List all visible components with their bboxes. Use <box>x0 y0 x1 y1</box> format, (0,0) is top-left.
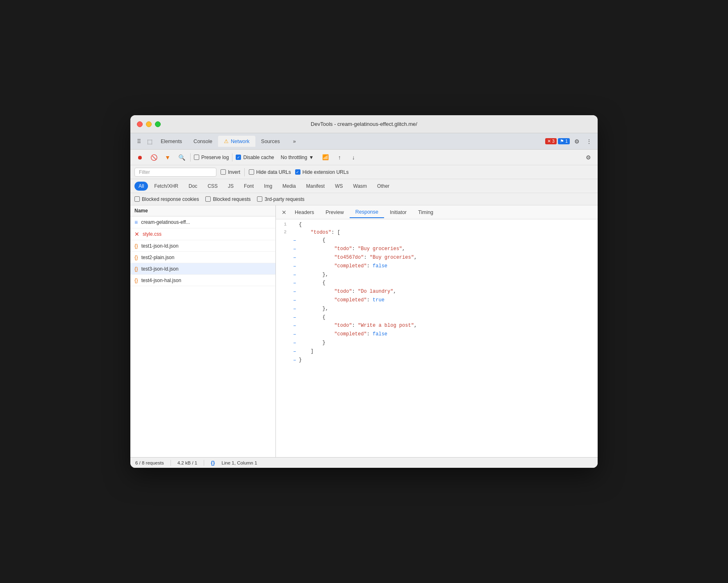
type-btn-css[interactable]: CSS <box>203 182 222 191</box>
resp-tab-initiator[interactable]: Initiator <box>384 207 412 218</box>
file-name: test3-json-ld.json <box>141 266 179 272</box>
warning-count: ⚑ 1 <box>558 138 570 144</box>
line-dash: – <box>291 348 299 356</box>
blocked-requests-label[interactable]: Blocked requests <box>205 196 250 202</box>
line-dash: – <box>291 262 299 271</box>
tab-network[interactable]: ⚠ Network <box>218 136 255 147</box>
third-party-label[interactable]: 3rd-party requests <box>257 196 304 202</box>
line-dash: – <box>291 305 299 314</box>
type-btn-font[interactable]: Font <box>240 182 258 191</box>
type-btn-ws[interactable]: WS <box>331 182 347 191</box>
wifi-icon: 📶 <box>322 154 329 160</box>
preserve-log-label[interactable]: Preserve log <box>194 155 229 160</box>
code-line: – "completed": false <box>276 262 598 271</box>
filter-input[interactable] <box>134 168 216 177</box>
code-line: – }, <box>276 271 598 280</box>
tab-console[interactable]: Console <box>188 136 218 147</box>
main-area: Name ≡ cream-gelatinous-eff... ✕ style.c… <box>130 205 598 457</box>
file-name: cream-gelatinous-eff... <box>141 219 190 225</box>
separator-1 <box>190 153 191 162</box>
resp-tab-response[interactable]: Response <box>350 207 384 218</box>
minimize-traffic-light[interactable] <box>146 121 152 127</box>
third-party-checkbox[interactable] <box>257 196 262 202</box>
traffic-lights <box>137 121 161 127</box>
file-item-test1[interactable]: {} test1-json-ld.json <box>130 240 275 252</box>
maximize-traffic-light[interactable] <box>155 121 161 127</box>
disable-cache-checkbox[interactable]: ✓ <box>236 155 241 160</box>
line-dash: – <box>291 314 299 322</box>
status-sep-1 <box>171 460 171 466</box>
line-dash: – <box>291 254 299 262</box>
devtools-tab-bar: ⠿ ⬚ Elements Console ⚠ Network Sources »… <box>130 133 598 150</box>
type-btn-all[interactable]: All <box>134 182 148 191</box>
invert-label[interactable]: Invert <box>221 169 240 175</box>
devtools-toggle-btn[interactable]: ⠿ <box>134 136 144 147</box>
type-btn-doc[interactable]: Doc <box>184 182 201 191</box>
invert-checkbox[interactable] <box>221 169 226 175</box>
search-btn[interactable]: 🔍 <box>176 152 187 163</box>
type-btn-manifest[interactable]: Manifest <box>302 182 329 191</box>
type-btn-media[interactable]: Media <box>278 182 300 191</box>
code-line: – { <box>276 237 598 245</box>
type-btn-wasm[interactable]: Wasm <box>349 182 371 191</box>
resp-tab-timing[interactable]: Timing <box>412 207 439 218</box>
throttle-btn[interactable]: No throttling ▼ <box>278 153 317 162</box>
hide-data-checkbox[interactable] <box>249 169 254 175</box>
file-item-test4[interactable]: {} test4-json-hal.json <box>130 275 275 286</box>
file-item-cream[interactable]: ≡ cream-gelatinous-eff... <box>130 216 275 228</box>
code-line: – "todo": "Buy groceries", <box>276 245 598 254</box>
cursor-position: Line 1, Column 1 <box>221 460 257 465</box>
code-content: "to4567do": "Buy groceries", <box>299 254 598 262</box>
json-icon: {} <box>134 243 138 249</box>
code-content: "todo": "Do laundry", <box>299 288 598 296</box>
close-panel-btn[interactable]: ✕ <box>279 207 289 217</box>
code-line: – "todo": "Do laundry", <box>276 288 598 296</box>
disable-cache-label[interactable]: ✓ Disable cache <box>236 155 274 160</box>
status-bar: 6 / 8 requests 4.2 kB / 1 {} Line 1, Col… <box>130 457 598 468</box>
blocked-cookies-checkbox[interactable] <box>134 196 140 202</box>
upload-btn[interactable]: ↑ <box>334 152 345 163</box>
type-btn-img[interactable]: Img <box>260 182 276 191</box>
line-dash: – <box>291 288 299 296</box>
wifi-icon-btn[interactable]: 📶 <box>320 152 331 163</box>
code-content: "completed": false <box>299 262 598 270</box>
file-name: test1-json-ld.json <box>141 243 179 249</box>
code-line: – { <box>276 314 598 322</box>
file-list-header: Name <box>130 205 275 216</box>
blocked-requests-checkbox[interactable] <box>205 196 211 202</box>
type-btn-fetch-xhr[interactable]: Fetch/XHR <box>150 182 182 191</box>
download-btn[interactable]: ↓ <box>348 152 359 163</box>
type-btn-other[interactable]: Other <box>373 182 394 191</box>
line-number: 1 <box>276 221 291 228</box>
code-content: } <box>299 356 598 364</box>
file-item-style[interactable]: ✕ style.css <box>130 228 275 240</box>
type-btn-js[interactable]: JS <box>224 182 238 191</box>
error-icon: ✕ <box>134 231 139 237</box>
checkbox-bar: Blocked response cookies Blocked request… <box>130 193 598 205</box>
json-format-icon[interactable]: {} <box>211 460 215 466</box>
tab-elements[interactable]: Elements <box>155 136 188 147</box>
network-settings-btn[interactable]: ⚙ <box>583 152 594 163</box>
filter-icon-btn[interactable]: ▼ <box>162 152 173 163</box>
file-item-test2[interactable]: {} test2-plain.json <box>130 252 275 263</box>
preserve-log-checkbox[interactable] <box>194 155 199 160</box>
tab-sources[interactable]: Sources <box>255 136 286 147</box>
code-view: 1 { 2 "todos": [ – { <box>276 219 598 457</box>
close-traffic-light[interactable] <box>137 121 143 127</box>
clear-btn[interactable]: 🚫 <box>148 152 159 163</box>
settings-btn[interactable]: ⚙ <box>571 136 582 147</box>
resp-tab-preview[interactable]: Preview <box>320 207 349 218</box>
more-options-btn[interactable]: ⋮ <box>584 136 594 147</box>
blocked-cookies-label[interactable]: Blocked response cookies <box>134 196 199 202</box>
code-line: 1 { <box>276 221 598 229</box>
stop-recording-btn[interactable]: ⏺ <box>134 152 145 163</box>
hide-ext-label[interactable]: ✓ Hide extension URLs <box>295 169 349 175</box>
chevron-down-icon: ▼ <box>309 155 314 160</box>
hide-ext-checkbox[interactable]: ✓ <box>295 169 300 175</box>
tab-more[interactable]: » <box>287 136 302 147</box>
code-content: "completed": false <box>299 330 598 338</box>
device-toggle-btn[interactable]: ⬚ <box>144 136 155 147</box>
resp-tab-headers[interactable]: Headers <box>289 207 320 218</box>
file-item-test3[interactable]: {} test3-json-ld.json <box>130 263 275 275</box>
hide-data-label[interactable]: Hide data URLs <box>249 169 291 175</box>
